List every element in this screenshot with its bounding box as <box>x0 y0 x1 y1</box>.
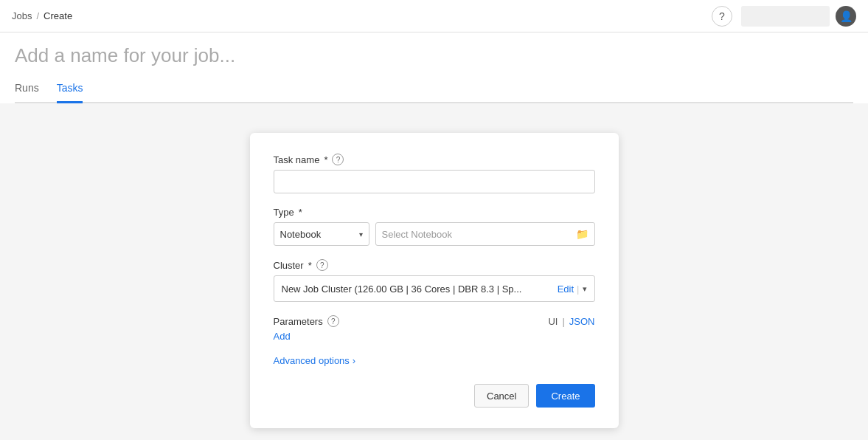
params-header: Parameters ? UI | JSON <box>274 315 595 327</box>
tabs: Runs Tasks <box>15 76 853 103</box>
notebook-select[interactable]: Select Notebook 📁 <box>375 222 595 246</box>
create-task-dialog: Task name * ? Type * Notebook ▾ Select N… <box>250 133 619 428</box>
top-nav-right: ? 👤 <box>712 6 856 27</box>
cluster-value: New Job Cluster (126.00 GB | 36 Cores | … <box>282 283 552 295</box>
top-nav: Jobs / Create ? 👤 <box>0 0 868 32</box>
type-select-value: Notebook <box>280 229 322 240</box>
params-help-icon[interactable]: ? <box>327 315 339 327</box>
cluster-edit-button[interactable]: Edit <box>558 283 574 295</box>
type-select[interactable]: Notebook ▾ <box>274 222 369 246</box>
parameters-group: Parameters ? UI | JSON Add <box>274 315 595 342</box>
advanced-options-link[interactable]: Advanced options › <box>274 355 595 366</box>
user-bar <box>741 6 830 27</box>
dialog-footer: Cancel Create <box>274 384 595 408</box>
task-name-required: * <box>324 154 327 165</box>
params-toggle: UI | JSON <box>548 316 594 327</box>
page-header: Add a name for your job... Runs Tasks <box>0 32 868 103</box>
params-label: Parameters ? <box>274 315 339 327</box>
task-name-help-icon[interactable]: ? <box>332 154 344 165</box>
advanced-chevron-right-icon: › <box>353 355 355 366</box>
folder-icon: 📁 <box>576 228 588 240</box>
breadcrumb-parent[interactable]: Jobs <box>12 10 32 21</box>
main-content: Task name * ? Type * Notebook ▾ Select N… <box>0 103 868 440</box>
create-button[interactable]: Create <box>536 384 594 408</box>
cancel-button[interactable]: Cancel <box>474 384 529 408</box>
task-name-label-text: Task name <box>274 154 320 165</box>
type-group: Type * Notebook ▾ Select Notebook 📁 <box>274 207 595 246</box>
advanced-options-label: Advanced options <box>274 355 350 366</box>
cluster-select[interactable]: New Job Cluster (126.00 GB | 36 Cores | … <box>274 275 595 302</box>
params-label-text: Parameters <box>274 316 323 327</box>
cluster-required: * <box>308 260 312 271</box>
user-area: 👤 <box>741 6 856 27</box>
task-name-label: Task name * ? <box>274 154 595 165</box>
type-required: * <box>299 207 302 218</box>
type-label: Type * <box>274 207 595 218</box>
cluster-label-text: Cluster <box>274 260 304 271</box>
type-label-text: Type <box>274 207 294 218</box>
add-parameter-link[interactable]: Add <box>274 331 291 342</box>
user-avatar[interactable]: 👤 <box>836 6 856 27</box>
tab-runs[interactable]: Runs <box>15 76 39 103</box>
cluster-divider: | <box>577 283 579 295</box>
cluster-label: Cluster * ? <box>274 259 595 271</box>
tab-tasks[interactable]: Tasks <box>57 76 83 103</box>
breadcrumb-separator: / <box>36 10 39 21</box>
help-button[interactable]: ? <box>712 6 732 27</box>
cluster-help-icon[interactable]: ? <box>316 259 328 271</box>
breadcrumb-current: Create <box>44 10 72 21</box>
type-row: Notebook ▾ Select Notebook 📁 <box>274 222 595 246</box>
notebook-placeholder: Select Notebook <box>382 229 452 240</box>
page-title[interactable]: Add a name for your job... <box>15 44 853 67</box>
params-sep: | <box>562 316 564 327</box>
task-name-group: Task name * ? <box>274 154 595 193</box>
params-json-label[interactable]: JSON <box>569 316 595 327</box>
task-name-input[interactable] <box>274 170 595 193</box>
breadcrumb: Jobs / Create <box>12 10 72 21</box>
type-chevron-icon: ▾ <box>359 230 363 238</box>
cluster-group: Cluster * ? New Job Cluster (126.00 GB |… <box>274 259 595 302</box>
cluster-chevron-icon: ▾ <box>583 284 587 294</box>
params-ui-label[interactable]: UI <box>548 316 558 327</box>
